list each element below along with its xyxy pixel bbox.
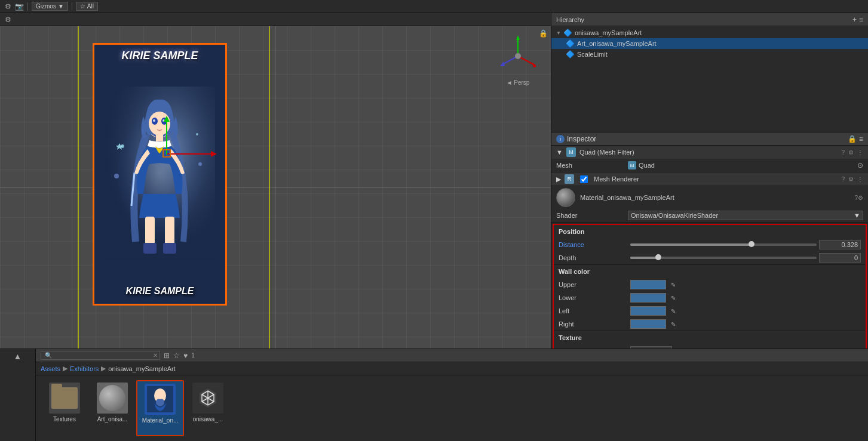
asset-onisawa[interactable]: onisawa_...	[184, 380, 232, 436]
gizmo-x-axis[interactable]	[167, 153, 212, 155]
expand-arrow-root: ▼	[556, 30, 561, 36]
hierarchy-item-scale[interactable]: 🔷 ScaleLimit	[551, 49, 868, 60]
upper-color-picker-btn[interactable]: ✎	[668, 280, 678, 289]
lower-label: Lower	[559, 294, 630, 301]
asset-material-on[interactable]: Material_on...	[136, 380, 184, 436]
distance-slider[interactable]	[630, 243, 817, 246]
material-settings-btn[interactable]: ⚙	[858, 195, 863, 201]
breadcrumb-arrow-2: ▶	[101, 365, 106, 372]
shader-dropdown[interactable]: Onisawa/OnisawaKirieShader ▼	[628, 211, 863, 220]
mesh-filter-icon: M	[566, 147, 576, 157]
mesh-renderer-more-btn[interactable]: ⋮	[857, 176, 863, 183]
svg-marker-19	[516, 35, 520, 40]
project-count: 1	[191, 352, 195, 359]
scene-toolbar: ⚙	[0, 13, 551, 26]
inspector-menu-btn[interactable]: ≡	[859, 135, 863, 143]
svg-marker-23	[500, 61, 505, 66]
mesh-renderer-header[interactable]: ▶ R Mesh Renderer ? ⚙ ⋮	[551, 172, 868, 186]
hierarchy-item-art[interactable]: 🔷 Art_onisawa_mySampleArt	[551, 38, 868, 49]
upper-color-swatch[interactable]	[630, 280, 666, 289]
settings-icon[interactable]: ⚙	[5, 2, 11, 11]
distance-field: Distance	[554, 238, 866, 251]
hierarchy-item-root[interactable]: ▼ 🔷 onisawa_mySampleArt	[551, 27, 868, 38]
inspector-header: i Inspector 🔒 ≡	[551, 132, 868, 146]
breadcrumb-current: onisawa_mySampleArt	[108, 365, 176, 372]
mesh-filter-help-btn[interactable]: ?	[841, 149, 845, 156]
mesh-renderer-enabled-checkbox[interactable]	[580, 175, 588, 183]
mesh-filter-header[interactable]: ▼ M Quad (Mesh Filter) ? ⚙ ⋮	[551, 146, 868, 159]
art-onisa-icon	[97, 383, 128, 414]
material-on-icon	[145, 384, 176, 415]
distance-value-input[interactable]	[819, 240, 861, 249]
textures-icon	[49, 383, 80, 414]
right-color-swatch[interactable]	[630, 319, 666, 329]
shader-dropdown-arrow: ▼	[854, 212, 860, 219]
breadcrumb-assets[interactable]: Assets	[41, 365, 60, 372]
distance-field-value	[630, 240, 861, 249]
grid-center-vertical	[275, 26, 276, 349]
inspector-info-icon: i	[556, 135, 565, 143]
project-star-btn[interactable]: ☆	[173, 351, 180, 360]
hierarchy-item-scale-icon: 🔷	[566, 50, 575, 58]
lower-color-swatch[interactable]	[630, 293, 666, 303]
right-color-picker-btn[interactable]: ✎	[668, 319, 678, 329]
hierarchy-menu-btn[interactable]: ≡	[859, 16, 863, 24]
mesh-renderer-settings-btn[interactable]: ⚙	[848, 176, 854, 183]
divider-2	[72, 2, 72, 11]
distance-slider-thumb[interactable]	[749, 241, 754, 247]
layer-number-field: Layer Number	[554, 344, 866, 349]
depth-slider-thumb[interactable]	[655, 254, 661, 260]
svg-rect-11	[143, 243, 157, 254]
scene-canvas[interactable]: KIRIE SAMPLE	[0, 26, 551, 349]
gizmos-dropdown-icon: ▼	[58, 3, 64, 10]
project-layout-btn[interactable]: ⊞	[164, 351, 170, 360]
depth-slider[interactable]	[630, 257, 817, 259]
hierarchy-add-btn[interactable]: +	[852, 16, 857, 24]
scene-settings-icon[interactable]: ⚙	[5, 16, 11, 24]
top-toolbar: ⚙ 📷 Gizmos ▼ ☆ All	[0, 0, 868, 13]
artwork-card[interactable]: KIRIE SAMPLE	[93, 43, 227, 306]
svg-rect-9	[145, 217, 155, 246]
material-field: Material_onisawa_mySampleArt ? ⚙	[551, 186, 868, 209]
mesh-renderer-help-btn[interactable]: ?	[841, 176, 845, 183]
mesh-renderer-expand-icon: ▶	[556, 175, 561, 183]
scene-view[interactable]: ⚙ KIRIE SAMPLE	[0, 13, 551, 349]
mesh-field: Mesh M Quad ⊙	[551, 159, 868, 172]
breadcrumb-exhibitors[interactable]: Exhibitors	[70, 365, 99, 372]
onisawa-icon	[192, 383, 223, 414]
depth-field-label: Depth	[559, 254, 630, 261]
search-clear-icon[interactable]: ✕	[153, 352, 158, 359]
lower-color-field: Lower ✎	[554, 291, 866, 304]
left-color-picker-btn[interactable]: ✎	[668, 306, 678, 316]
mesh-select-btn[interactable]: ⊙	[857, 161, 863, 169]
persp-label[interactable]: ◄ Persp	[507, 79, 530, 86]
project-search-input[interactable]	[41, 351, 160, 360]
asset-art-onisa[interactable]: Art_onisa...	[88, 380, 136, 436]
gizmo-center[interactable]	[162, 149, 171, 158]
left-color-swatch[interactable]	[630, 306, 666, 316]
left-sidebar-toggle[interactable]: ▲	[14, 351, 22, 361]
mesh-field-value: M Quad ⊙	[628, 161, 863, 169]
scene-lock-icon[interactable]: 🔒	[539, 29, 548, 38]
hierarchy-panel: Hierarchy + ≡ ▼ 🔷 onisawa_mySampleArt 🔷	[551, 13, 868, 132]
bottom-area: ▲ ✕ ⊞ ☆ ♥ 1 Assets ▶ Exhibitors ▶ onisaw…	[0, 349, 868, 441]
all-button[interactable]: ☆ All	[76, 2, 98, 11]
project-panel: ✕ ⊞ ☆ ♥ 1 Assets ▶ Exhibitors ▶ onisawa_…	[36, 349, 868, 441]
hierarchy-header: Hierarchy + ≡	[551, 13, 868, 26]
inspector-lock-btn[interactable]: 🔒	[848, 135, 857, 143]
depth-value-input[interactable]	[819, 253, 861, 263]
mesh-filter-section: ▼ M Quad (Mesh Filter) ? ⚙ ⋮ Mesh M Quad…	[551, 146, 868, 172]
mesh-filter-settings-btn[interactable]: ⚙	[848, 149, 854, 156]
gizmos-button[interactable]: Gizmos ▼	[32, 2, 68, 11]
inspector-title: Inspector	[567, 135, 845, 143]
mesh-filter-expand-icon: ▼	[556, 149, 563, 156]
camera-icon[interactable]: 📷	[15, 2, 24, 11]
persp-gizmo[interactable]: ◄ Persp	[497, 35, 539, 95]
project-favorites-btn[interactable]: ♥	[183, 351, 188, 360]
mesh-filter-more-btn[interactable]: ⋮	[857, 149, 863, 156]
lower-color-picker-btn[interactable]: ✎	[668, 293, 678, 303]
left-color-field: Left ✎	[554, 304, 866, 317]
material-on-svg	[147, 386, 173, 412]
asset-textures[interactable]: Textures	[41, 380, 88, 436]
right-color-field: Right ✎	[554, 317, 866, 331]
